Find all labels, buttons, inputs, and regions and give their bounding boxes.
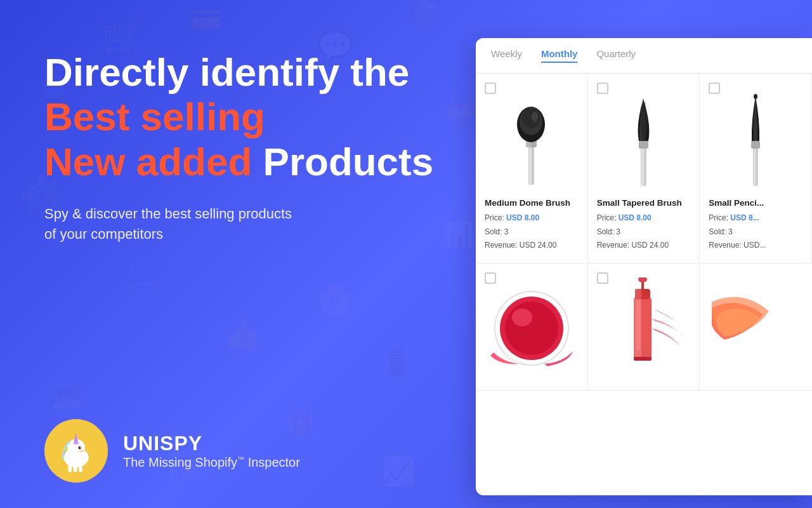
- product-name-3: Small Penci...: [709, 198, 802, 208]
- product-checkbox-5[interactable]: [597, 272, 608, 284]
- product-image-2: [597, 84, 691, 190]
- product-card-6: [700, 264, 812, 391]
- svg-rect-24: [754, 147, 756, 186]
- brand-tagline: The Missing Shopify™ Inspector: [123, 455, 300, 470]
- brand-text: UNISPY The Missing Shopify™ Inspector: [123, 432, 300, 470]
- headline-line2: Best selling: [44, 94, 444, 139]
- unicorn-icon: [54, 429, 98, 473]
- product-card-3: Small Penci... Price: USD 8... Sold: 3 R…: [700, 74, 812, 264]
- svg-rect-25: [751, 141, 760, 149]
- headline-line1: Directly identify the: [44, 51, 444, 94]
- tapered-brush-icon: [626, 86, 661, 188]
- brand-logo: [44, 419, 108, 483]
- svg-point-10: [79, 449, 84, 453]
- svg-point-30: [512, 309, 532, 326]
- svg-rect-37: [636, 300, 640, 351]
- tab-weekly[interactable]: Weekly: [491, 48, 522, 63]
- svg-point-5: [79, 446, 81, 450]
- svg-rect-7: [68, 465, 72, 472]
- dome-brush-icon: [511, 86, 552, 188]
- product-image-6: [709, 274, 803, 380]
- product-meta-1: Price: USD 8.00 Sold: 3 Revenue: USD 24.…: [485, 211, 579, 253]
- svg-rect-22: [639, 141, 648, 149]
- product-meta-2: Price: USD 8.00 Sold: 3 Revenue: USD 24.…: [597, 211, 691, 253]
- subtitle-line2: of your competitors: [44, 226, 163, 242]
- product-name-2: Small Tapered Brush: [597, 198, 691, 208]
- tab-quarterly[interactable]: Quarterly: [596, 48, 636, 63]
- headline-white-part: Products: [252, 140, 433, 184]
- blush-icon: [487, 283, 576, 371]
- headline-line3: New added Products: [44, 139, 444, 184]
- product-meta-3: Price: USD 8... Sold: 3 Revenue: USD...: [709, 211, 802, 253]
- svg-rect-34: [635, 289, 641, 299]
- product-checkbox-3[interactable]: [709, 83, 720, 94]
- product-image-4: [485, 274, 579, 380]
- product-checkbox-4[interactable]: [485, 272, 496, 284]
- svg-point-6: [80, 447, 81, 448]
- svg-point-29: [505, 302, 558, 355]
- product-checkbox-2[interactable]: [597, 83, 608, 94]
- svg-point-11: [81, 451, 82, 451]
- svg-rect-21: [641, 147, 644, 186]
- brand-name: UNISPY: [123, 432, 300, 455]
- pencil-brush-icon: [740, 86, 771, 188]
- product-image-5: [597, 274, 691, 380]
- svg-point-26: [754, 94, 757, 99]
- subtitle: Spy & discover the best selling products…: [44, 204, 412, 244]
- lip-gloss-icon: [602, 277, 684, 376]
- product-checkbox-1[interactable]: [485, 83, 496, 94]
- headline-orange-part: New added: [44, 140, 252, 184]
- products-grid: Medium Dome Brush Price: USD 8.00 Sold: …: [476, 74, 812, 391]
- svg-point-19: [532, 112, 538, 122]
- product-image-3: [709, 84, 802, 190]
- svg-rect-38: [634, 357, 652, 361]
- product-card-4: [476, 264, 588, 391]
- subtitle-line1: Spy & discover the best selling products: [44, 206, 292, 222]
- right-panel: Weekly Monthly Quarterly: [476, 38, 812, 495]
- svg-rect-9: [79, 466, 82, 472]
- partial-product-icon: [712, 283, 801, 371]
- product-card-5: [588, 264, 700, 391]
- product-card-2: Small Tapered Brush Price: USD 8.00 Sold…: [588, 74, 700, 264]
- product-image-1: [485, 84, 579, 190]
- svg-rect-13: [529, 144, 532, 185]
- product-card-1: Medium Dome Brush Price: USD 8.00 Sold: …: [476, 74, 588, 264]
- tab-monthly[interactable]: Monthly: [541, 48, 578, 63]
- tabs-container: Weekly Monthly Quarterly: [476, 38, 812, 74]
- svg-point-36: [638, 277, 647, 283]
- brand-area: UNISPY The Missing Shopify™ Inspector: [44, 419, 300, 483]
- svg-rect-8: [74, 466, 77, 472]
- product-name-1: Medium Dome Brush: [485, 198, 579, 208]
